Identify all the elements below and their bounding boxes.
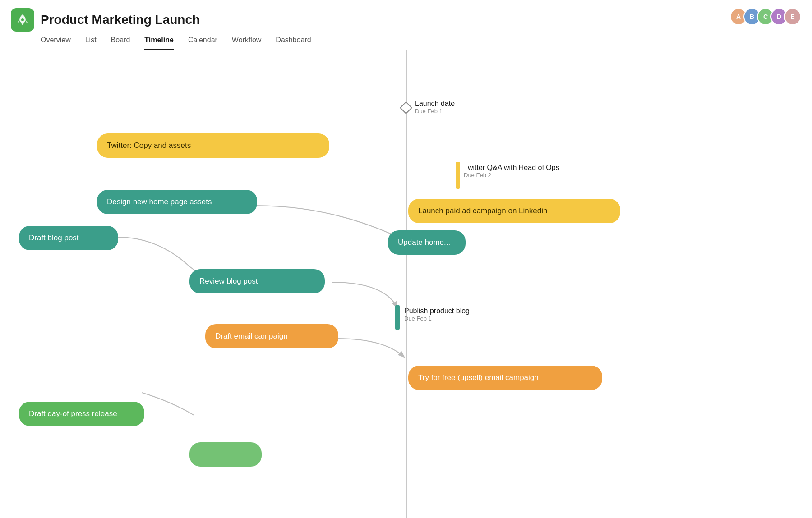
milestone-label-publish-blog: Publish product blog Due Feb 1 (404, 307, 470, 322)
milestone-label-launch: Launch date Due Feb 1 (415, 100, 455, 115)
svg-point-0 (21, 18, 24, 21)
app-icon (11, 8, 34, 32)
tab-calendar[interactable]: Calendar (188, 36, 217, 50)
task-unknown-green[interactable] (189, 442, 262, 467)
timeline-area: Launch date Due Feb 1 Twitter Q&A with H… (0, 50, 812, 518)
project-title: Product Marketing Launch (41, 13, 200, 27)
task-try-free[interactable]: Try for free (upsell) email campaign (408, 366, 602, 390)
tab-list[interactable]: List (85, 36, 97, 50)
task-review-blog[interactable]: Review blog post (189, 269, 325, 293)
task-update-home[interactable]: Update home... (388, 230, 466, 255)
avatar-group: A B C D E (730, 8, 801, 25)
task-draft-press[interactable]: Draft day-of press release (19, 402, 144, 426)
nav-tabs: Overview List Board Timeline Calendar Wo… (0, 32, 812, 50)
task-draft-blog[interactable]: Draft blog post (19, 226, 118, 250)
milestone-pill-publish-blog (395, 305, 400, 330)
tab-board[interactable]: Board (111, 36, 130, 50)
timeline-line (406, 50, 407, 518)
tab-workflow[interactable]: Workflow (232, 36, 262, 50)
task-twitter-copy[interactable]: Twitter: Copy and assets (97, 133, 329, 158)
tab-dashboard[interactable]: Dashboard (276, 36, 311, 50)
header: Product Marketing Launch A B C D E (0, 0, 812, 32)
task-design-homepage[interactable]: Design new home page assets (97, 190, 257, 214)
tab-timeline[interactable]: Timeline (144, 36, 174, 50)
tab-overview[interactable]: Overview (41, 36, 71, 50)
milestone-diamond-launch (400, 101, 412, 114)
task-launch-linkedin[interactable]: Launch paid ad campaign on Linkedin (408, 199, 620, 223)
milestone-label-twitter-qa: Twitter Q&A with Head of Ops Due Feb 2 (464, 164, 559, 179)
avatar: E (784, 8, 801, 25)
milestone-pill-twitter-qa (456, 162, 460, 189)
task-draft-email[interactable]: Draft email campaign (205, 324, 338, 348)
